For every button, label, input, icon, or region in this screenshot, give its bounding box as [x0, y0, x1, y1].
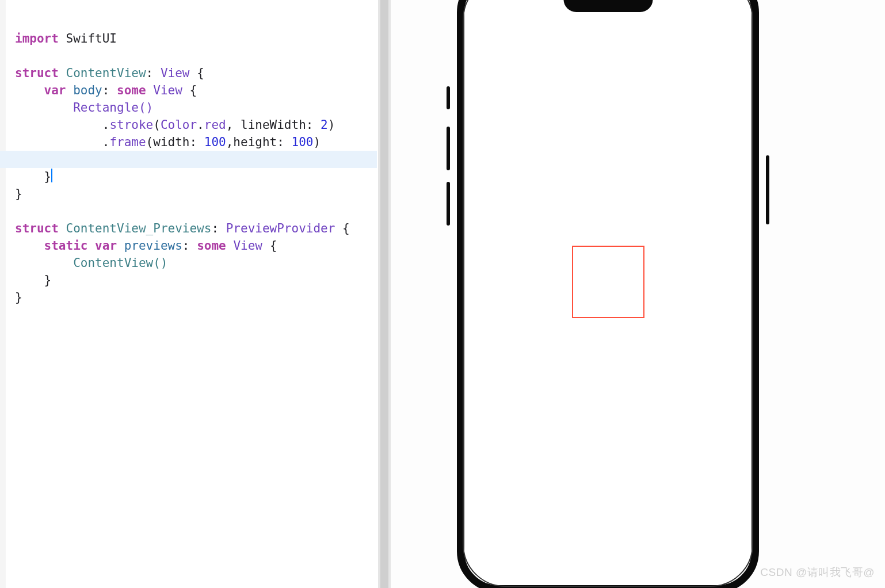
pane-divider[interactable]: [378, 0, 391, 588]
type-contentview: ContentView: [66, 66, 146, 80]
phone-mute-switch: [447, 86, 450, 109]
module-name: SwiftUI: [66, 32, 117, 45]
method-stroke: stroke: [109, 118, 153, 132]
type-previews: ContentView_Previews: [66, 222, 212, 235]
keyword-struct: struct: [15, 66, 59, 80]
call-rectangle: Rectangle(): [73, 101, 153, 114]
phone-frame: [457, 0, 759, 588]
type-view: View: [161, 66, 190, 80]
phone-volume-down: [447, 182, 450, 226]
code-editor-pane[interactable]: import SwiftUI struct ContentView: View …: [0, 0, 378, 588]
ident-previews: previews: [124, 239, 182, 253]
ident-body: body: [73, 83, 102, 97]
phone-screen[interactable]: [464, 0, 752, 585]
source-code[interactable]: import SwiftUI struct ContentView: View …: [5, 13, 378, 323]
method-frame: frame: [109, 135, 146, 149]
call-contentview: ContentView(): [73, 256, 167, 270]
keyword-var: var: [44, 83, 66, 97]
watermark-text: CSDN @请叫我飞哥@: [760, 565, 875, 580]
rendered-rectangle: [572, 246, 644, 318]
keyword-some: some: [117, 83, 146, 97]
text-cursor: [51, 169, 52, 182]
iphone-simulator[interactable]: [457, 0, 759, 588]
phone-volume-up: [447, 127, 450, 170]
preview-canvas[interactable]: [391, 0, 885, 588]
keyword-static: static: [44, 239, 88, 253]
keyword-import: import: [15, 32, 59, 45]
phone-power-button: [766, 155, 769, 224]
